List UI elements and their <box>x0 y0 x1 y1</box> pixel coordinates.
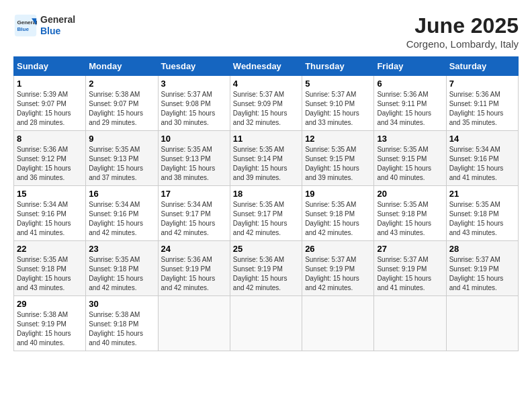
daylight-text: Daylight: 15 hours and 42 minutes. <box>233 274 299 293</box>
calendar-cell <box>446 296 518 351</box>
calendar-header-saturday: Saturday <box>446 57 518 76</box>
calendar-cell: 14 Sunrise: 5:34 AM Sunset: 9:16 PM Dayl… <box>446 131 518 186</box>
calendar-cell: 8 Sunrise: 5:36 AM Sunset: 9:12 PM Dayli… <box>14 131 86 186</box>
sunset-text: Sunset: 9:17 PM <box>161 210 227 219</box>
day-number: 19 <box>305 189 371 199</box>
sunset-text: Sunset: 9:18 PM <box>17 265 83 274</box>
day-info: Sunrise: 5:37 AM Sunset: 9:09 PM Dayligh… <box>233 90 299 128</box>
daylight-text: Daylight: 15 hours and 42 minutes. <box>161 219 227 238</box>
day-info: Sunrise: 5:35 AM Sunset: 9:15 PM Dayligh… <box>305 145 371 183</box>
sunrise-text: Sunrise: 5:35 AM <box>161 145 227 154</box>
day-info: Sunrise: 5:36 AM Sunset: 9:12 PM Dayligh… <box>17 145 83 183</box>
calendar-cell <box>302 296 374 351</box>
day-info: Sunrise: 5:39 AM Sunset: 9:07 PM Dayligh… <box>17 90 83 128</box>
day-number: 21 <box>449 189 515 199</box>
sunset-text: Sunset: 9:12 PM <box>17 154 83 164</box>
day-info: Sunrise: 5:35 AM Sunset: 9:13 PM Dayligh… <box>89 145 154 183</box>
day-number: 17 <box>161 189 227 199</box>
calendar-cell: 19 Sunrise: 5:35 AM Sunset: 9:18 PM Dayl… <box>302 186 374 241</box>
day-number: 18 <box>233 189 299 199</box>
sunrise-text: Sunrise: 5:35 AM <box>377 200 443 210</box>
day-number: 5 <box>305 79 371 89</box>
sunrise-text: Sunrise: 5:37 AM <box>305 90 371 99</box>
sunrise-text: Sunrise: 5:35 AM <box>89 145 154 154</box>
day-number: 30 <box>89 299 154 309</box>
calendar-cell: 17 Sunrise: 5:34 AM Sunset: 9:17 PM Dayl… <box>158 186 230 241</box>
sunrise-text: Sunrise: 5:37 AM <box>161 90 227 99</box>
sunrise-text: Sunrise: 5:35 AM <box>305 145 371 154</box>
sunrise-text: Sunrise: 5:35 AM <box>377 145 443 154</box>
sunrise-text: Sunrise: 5:34 AM <box>449 145 515 154</box>
calendar-cell: 25 Sunrise: 5:36 AM Sunset: 9:19 PM Dayl… <box>230 241 302 296</box>
sunrise-text: Sunrise: 5:34 AM <box>17 200 83 210</box>
daylight-text: Daylight: 15 hours and 38 minutes. <box>161 164 227 183</box>
daylight-text: Daylight: 15 hours and 29 minutes. <box>89 109 154 128</box>
daylight-text: Daylight: 15 hours and 39 minutes. <box>305 164 371 183</box>
sunset-text: Sunset: 9:16 PM <box>89 210 154 219</box>
daylight-text: Daylight: 15 hours and 42 minutes. <box>305 219 371 238</box>
calendar-header-wednesday: Wednesday <box>230 57 302 76</box>
day-number: 25 <box>233 244 299 254</box>
sunset-text: Sunset: 9:17 PM <box>233 210 299 219</box>
day-number: 24 <box>161 244 227 254</box>
calendar-cell: 3 Sunrise: 5:37 AM Sunset: 9:08 PM Dayli… <box>158 76 230 131</box>
sunrise-text: Sunrise: 5:38 AM <box>89 310 154 320</box>
day-info: Sunrise: 5:38 AM Sunset: 9:19 PM Dayligh… <box>17 310 83 348</box>
day-number: 14 <box>449 134 515 144</box>
sunset-text: Sunset: 9:19 PM <box>161 265 227 274</box>
day-number: 27 <box>377 244 443 254</box>
day-number: 23 <box>89 244 154 254</box>
sunrise-text: Sunrise: 5:38 AM <box>89 90 154 99</box>
calendar-cell: 6 Sunrise: 5:36 AM Sunset: 9:11 PM Dayli… <box>374 76 446 131</box>
day-info: Sunrise: 5:35 AM Sunset: 9:18 PM Dayligh… <box>377 200 443 238</box>
day-number: 1 <box>17 79 83 89</box>
day-info: Sunrise: 5:38 AM Sunset: 9:07 PM Dayligh… <box>89 90 154 128</box>
day-info: Sunrise: 5:34 AM Sunset: 9:16 PM Dayligh… <box>17 200 83 238</box>
day-number: 29 <box>17 299 83 309</box>
daylight-text: Daylight: 15 hours and 42 minutes. <box>233 219 299 238</box>
calendar-cell <box>158 296 230 351</box>
day-info: Sunrise: 5:36 AM Sunset: 9:11 PM Dayligh… <box>377 90 443 128</box>
daylight-text: Daylight: 15 hours and 40 minutes. <box>377 164 443 183</box>
calendar-week-row: 22 Sunrise: 5:35 AM Sunset: 9:18 PM Dayl… <box>14 241 519 296</box>
sunset-text: Sunset: 9:10 PM <box>305 99 371 109</box>
sunset-text: Sunset: 9:18 PM <box>89 320 154 329</box>
day-number: 6 <box>377 79 443 89</box>
sunset-text: Sunset: 9:18 PM <box>89 265 154 274</box>
calendar-cell: 15 Sunrise: 5:34 AM Sunset: 9:16 PM Dayl… <box>14 186 86 241</box>
calendar-cell: 16 Sunrise: 5:34 AM Sunset: 9:16 PM Dayl… <box>86 186 158 241</box>
calendar-week-row: 29 Sunrise: 5:38 AM Sunset: 9:19 PM Dayl… <box>14 296 519 351</box>
daylight-text: Daylight: 15 hours and 41 minutes. <box>17 219 83 238</box>
sunset-text: Sunset: 9:16 PM <box>17 210 83 219</box>
daylight-text: Daylight: 15 hours and 41 minutes. <box>449 274 515 293</box>
calendar-cell: 27 Sunrise: 5:37 AM Sunset: 9:19 PM Dayl… <box>374 241 446 296</box>
sunrise-text: Sunrise: 5:38 AM <box>17 310 83 320</box>
day-info: Sunrise: 5:35 AM Sunset: 9:15 PM Dayligh… <box>377 145 443 183</box>
sunrise-text: Sunrise: 5:34 AM <box>161 200 227 210</box>
daylight-text: Daylight: 15 hours and 43 minutes. <box>449 219 515 238</box>
calendar-cell: 21 Sunrise: 5:35 AM Sunset: 9:18 PM Dayl… <box>446 186 518 241</box>
day-info: Sunrise: 5:35 AM Sunset: 9:18 PM Dayligh… <box>449 200 515 238</box>
calendar-table: SundayMondayTuesdayWednesdayThursdayFrid… <box>13 56 519 351</box>
sunrise-text: Sunrise: 5:35 AM <box>305 200 371 210</box>
sunset-text: Sunset: 9:19 PM <box>17 320 83 329</box>
calendar-cell: 30 Sunrise: 5:38 AM Sunset: 9:18 PM Dayl… <box>86 296 158 351</box>
calendar-cell <box>230 296 302 351</box>
sunrise-text: Sunrise: 5:39 AM <box>17 90 83 99</box>
day-number: 9 <box>89 134 154 144</box>
daylight-text: Daylight: 15 hours and 35 minutes. <box>449 109 515 128</box>
sunset-text: Sunset: 9:14 PM <box>233 154 299 164</box>
title-area: June 2025 Corgeno, Lombardy, Italy <box>406 13 519 50</box>
sunset-text: Sunset: 9:19 PM <box>449 265 515 274</box>
calendar-week-row: 8 Sunrise: 5:36 AM Sunset: 9:12 PM Dayli… <box>14 131 519 186</box>
sunrise-text: Sunrise: 5:37 AM <box>233 90 299 99</box>
calendar-cell: 4 Sunrise: 5:37 AM Sunset: 9:09 PM Dayli… <box>230 76 302 131</box>
sunset-text: Sunset: 9:11 PM <box>449 99 515 109</box>
day-number: 20 <box>377 189 443 199</box>
day-number: 8 <box>17 134 83 144</box>
sunrise-text: Sunrise: 5:37 AM <box>305 255 371 265</box>
calendar-week-row: 15 Sunrise: 5:34 AM Sunset: 9:16 PM Dayl… <box>14 186 519 241</box>
day-number: 4 <box>233 79 299 89</box>
sunset-text: Sunset: 9:16 PM <box>449 154 515 164</box>
daylight-text: Daylight: 15 hours and 36 minutes. <box>17 164 83 183</box>
